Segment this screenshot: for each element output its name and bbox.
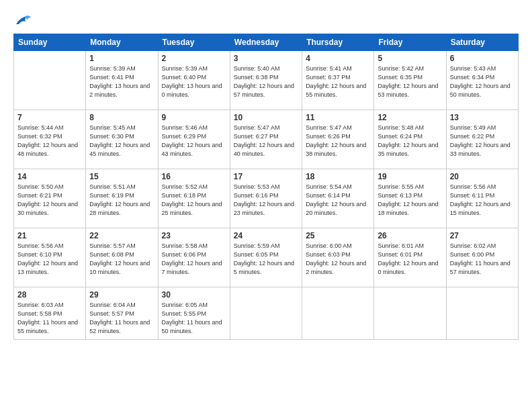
day-number: 21 xyxy=(17,231,82,240)
calendar-cell xyxy=(230,287,302,340)
calendar-cell: 4Sunrise: 5:41 AMSunset: 6:37 PMDaylight… xyxy=(302,51,374,110)
day-number: 2 xyxy=(162,54,226,63)
calendar-cell: 2Sunrise: 5:39 AMSunset: 6:40 PMDaylight… xyxy=(158,51,230,110)
day-info: Sunrise: 5:56 AMSunset: 6:11 PMDaylight:… xyxy=(450,183,515,218)
day-info: Sunrise: 6:02 AMSunset: 6:00 PMDaylight:… xyxy=(450,242,515,277)
calendar-week-row: 28Sunrise: 6:03 AMSunset: 5:58 PMDayligh… xyxy=(14,287,519,340)
day-number: 4 xyxy=(306,54,370,63)
day-number: 3 xyxy=(234,54,298,63)
calendar-cell: 11Sunrise: 5:47 AMSunset: 6:26 PMDayligh… xyxy=(302,110,374,169)
day-info: Sunrise: 5:47 AMSunset: 6:26 PMDaylight:… xyxy=(306,124,370,158)
calendar-cell: 14Sunrise: 5:50 AMSunset: 6:21 PMDayligh… xyxy=(14,169,86,228)
day-number: 10 xyxy=(234,113,298,122)
day-info: Sunrise: 5:52 AMSunset: 6:18 PMDaylight:… xyxy=(162,183,226,218)
calendar-cell: 20Sunrise: 5:56 AMSunset: 6:11 PMDayligh… xyxy=(446,169,518,228)
weekday-header: Tuesday xyxy=(158,34,230,51)
day-number: 1 xyxy=(89,54,154,63)
day-info: Sunrise: 5:56 AMSunset: 6:10 PMDaylight:… xyxy=(17,242,82,277)
calendar-cell xyxy=(374,287,446,340)
day-info: Sunrise: 5:55 AMSunset: 6:13 PMDaylight:… xyxy=(378,183,442,218)
day-info: Sunrise: 5:59 AMSunset: 6:05 PMDaylight:… xyxy=(234,242,298,277)
calendar-week-row: 1Sunrise: 5:39 AMSunset: 6:41 PMDaylight… xyxy=(14,51,519,110)
calendar-cell: 10Sunrise: 5:47 AMSunset: 6:27 PMDayligh… xyxy=(230,110,302,169)
day-info: Sunrise: 5:45 AMSunset: 6:30 PMDaylight:… xyxy=(89,124,154,158)
day-info: Sunrise: 5:51 AMSunset: 6:19 PMDaylight:… xyxy=(89,183,154,218)
day-number: 27 xyxy=(450,231,515,240)
weekday-header: Saturday xyxy=(446,34,518,51)
calendar-cell: 21Sunrise: 5:56 AMSunset: 6:10 PMDayligh… xyxy=(14,228,86,287)
calendar-cell: 6Sunrise: 5:43 AMSunset: 6:34 PMDaylight… xyxy=(446,51,518,110)
day-number: 28 xyxy=(17,290,82,300)
day-info: Sunrise: 5:47 AMSunset: 6:27 PMDaylight:… xyxy=(234,124,298,158)
day-info: Sunrise: 5:40 AMSunset: 6:38 PMDaylight:… xyxy=(234,64,298,99)
calendar-header: SundayMondayTuesdayWednesdayThursdayFrid… xyxy=(14,34,519,51)
calendar-week-row: 21Sunrise: 5:56 AMSunset: 6:10 PMDayligh… xyxy=(14,228,519,287)
day-info: Sunrise: 5:48 AMSunset: 6:24 PMDaylight:… xyxy=(378,124,442,158)
day-number: 12 xyxy=(378,113,442,122)
calendar-cell: 16Sunrise: 5:52 AMSunset: 6:18 PMDayligh… xyxy=(158,169,230,228)
day-info: Sunrise: 5:53 AMSunset: 6:16 PMDaylight:… xyxy=(234,183,298,218)
weekday-header: Sunday xyxy=(14,34,86,51)
header xyxy=(13,12,519,28)
day-number: 5 xyxy=(378,54,442,63)
day-info: Sunrise: 6:03 AMSunset: 5:58 PMDaylight:… xyxy=(17,301,82,336)
day-number: 9 xyxy=(162,113,226,122)
day-number: 26 xyxy=(378,231,442,240)
day-number: 15 xyxy=(89,172,154,181)
day-info: Sunrise: 5:57 AMSunset: 6:08 PMDaylight:… xyxy=(89,242,154,277)
day-info: Sunrise: 5:41 AMSunset: 6:37 PMDaylight:… xyxy=(306,64,370,99)
calendar-cell: 19Sunrise: 5:55 AMSunset: 6:13 PMDayligh… xyxy=(374,169,446,228)
day-number: 30 xyxy=(162,290,226,300)
page: SundayMondayTuesdayWednesdayThursdayFrid… xyxy=(0,0,532,411)
calendar-cell: 27Sunrise: 6:02 AMSunset: 6:00 PMDayligh… xyxy=(446,228,518,287)
calendar-cell: 15Sunrise: 5:51 AMSunset: 6:19 PMDayligh… xyxy=(86,169,158,228)
calendar-cell: 18Sunrise: 5:54 AMSunset: 6:14 PMDayligh… xyxy=(302,169,374,228)
day-number: 16 xyxy=(162,172,226,181)
day-number: 19 xyxy=(378,172,442,181)
weekday-header: Wednesday xyxy=(230,34,302,51)
logo xyxy=(13,12,35,28)
day-info: Sunrise: 5:49 AMSunset: 6:22 PMDaylight:… xyxy=(450,124,515,158)
calendar-table: SundayMondayTuesdayWednesdayThursdayFrid… xyxy=(13,34,519,340)
weekday-row: SundayMondayTuesdayWednesdayThursdayFrid… xyxy=(14,34,519,51)
day-info: Sunrise: 6:04 AMSunset: 5:57 PMDaylight:… xyxy=(89,301,154,336)
calendar-week-row: 14Sunrise: 5:50 AMSunset: 6:21 PMDayligh… xyxy=(14,169,519,228)
day-info: Sunrise: 5:58 AMSunset: 6:06 PMDaylight:… xyxy=(162,242,226,277)
day-number: 11 xyxy=(306,113,370,122)
calendar-body: 1Sunrise: 5:39 AMSunset: 6:41 PMDaylight… xyxy=(14,51,519,340)
calendar-cell: 9Sunrise: 5:46 AMSunset: 6:29 PMDaylight… xyxy=(158,110,230,169)
day-number: 29 xyxy=(89,290,154,300)
calendar-cell xyxy=(446,287,518,340)
logo-icon xyxy=(13,12,32,28)
weekday-header: Thursday xyxy=(302,34,374,51)
calendar-cell: 24Sunrise: 5:59 AMSunset: 6:05 PMDayligh… xyxy=(230,228,302,287)
weekday-header: Friday xyxy=(374,34,446,51)
calendar-cell: 22Sunrise: 5:57 AMSunset: 6:08 PMDayligh… xyxy=(86,228,158,287)
calendar-cell: 30Sunrise: 6:05 AMSunset: 5:55 PMDayligh… xyxy=(158,287,230,340)
day-number: 17 xyxy=(234,172,298,181)
calendar-cell: 17Sunrise: 5:53 AMSunset: 6:16 PMDayligh… xyxy=(230,169,302,228)
day-info: Sunrise: 5:43 AMSunset: 6:34 PMDaylight:… xyxy=(450,64,515,99)
day-number: 22 xyxy=(89,231,154,240)
day-number: 20 xyxy=(450,172,515,181)
day-info: Sunrise: 6:00 AMSunset: 6:03 PMDaylight:… xyxy=(306,242,370,277)
day-info: Sunrise: 5:54 AMSunset: 6:14 PMDaylight:… xyxy=(306,183,370,218)
day-number: 18 xyxy=(306,172,370,181)
day-number: 25 xyxy=(306,231,370,240)
day-number: 6 xyxy=(450,54,515,63)
calendar-cell xyxy=(14,51,86,110)
day-number: 13 xyxy=(450,113,515,122)
calendar-cell: 13Sunrise: 5:49 AMSunset: 6:22 PMDayligh… xyxy=(446,110,518,169)
calendar-cell: 25Sunrise: 6:00 AMSunset: 6:03 PMDayligh… xyxy=(302,228,374,287)
day-number: 8 xyxy=(89,113,154,122)
calendar-cell: 1Sunrise: 5:39 AMSunset: 6:41 PMDaylight… xyxy=(86,51,158,110)
calendar-cell: 23Sunrise: 5:58 AMSunset: 6:06 PMDayligh… xyxy=(158,228,230,287)
day-info: Sunrise: 5:42 AMSunset: 6:35 PMDaylight:… xyxy=(378,64,442,99)
day-number: 7 xyxy=(17,113,82,122)
calendar-cell xyxy=(302,287,374,340)
calendar-cell: 8Sunrise: 5:45 AMSunset: 6:30 PMDaylight… xyxy=(86,110,158,169)
day-number: 14 xyxy=(17,172,82,181)
calendar-cell: 26Sunrise: 6:01 AMSunset: 6:01 PMDayligh… xyxy=(374,228,446,287)
weekday-header: Monday xyxy=(86,34,158,51)
day-number: 23 xyxy=(162,231,226,240)
